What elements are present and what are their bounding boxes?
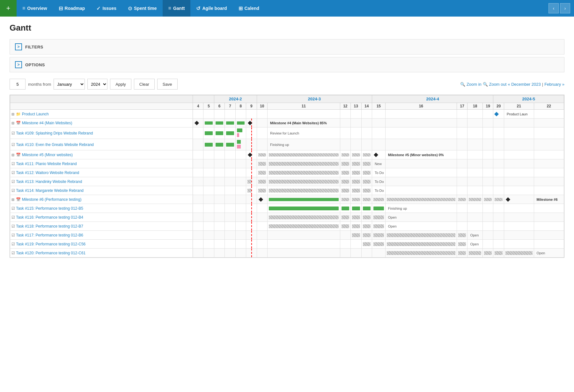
task118-bar-3: [352, 224, 360, 228]
task-name-116: ☑ Task #116: Performance testing 012-B4: [10, 213, 193, 222]
week-5: 5: [203, 103, 214, 110]
week-m6-6: [214, 195, 224, 204]
task113-link[interactable]: Task #113: Handinky Website Rebrand: [16, 179, 82, 184]
months-input[interactable]: [10, 79, 26, 90]
task117-bar-2: [363, 233, 371, 237]
task115-bar-5: [373, 207, 384, 210]
week-120-19: [483, 249, 493, 258]
task119-link[interactable]: Task #119: Performance testing 012-C56: [16, 242, 85, 246]
week-111-11: [268, 159, 340, 168]
week-m5-22: [534, 150, 564, 159]
task117-bar-5: [458, 233, 466, 237]
week-118-14: [361, 222, 372, 231]
task115-bar-4: [363, 207, 371, 210]
options-panel: > OPTIONS: [10, 57, 564, 72]
week-8: 8: [235, 103, 246, 110]
nav-prev-arrow[interactable]: ‹: [548, 3, 559, 13]
week-109-18: [467, 127, 483, 139]
week-114-19: [483, 186, 493, 195]
week-cell-6: [214, 110, 224, 119]
month-select[interactable]: January February March April May June Ju…: [54, 79, 85, 90]
filters-panel: > FILTERS: [10, 39, 564, 54]
week-116-8: [235, 213, 246, 222]
task117-link[interactable]: Task #117: Performance testing 012-B6: [16, 233, 83, 237]
week-116-18: [467, 213, 483, 222]
save-button[interactable]: Save: [157, 79, 178, 90]
task109-link[interactable]: Task #109: Splashing Drips Website Rebra…: [16, 131, 93, 135]
week-cell-18: [467, 110, 483, 119]
week-112-10: [257, 168, 267, 177]
week-116-19: [483, 213, 493, 222]
table-row: ☑ Task #114: Margarete Website Rebrand: [10, 186, 564, 195]
product-launch-link[interactable]: Product Launch: [22, 112, 49, 116]
nav-overview[interactable]: ≡ Overview: [17, 0, 53, 17]
nav-spent-time[interactable]: ⊙ Spent time: [122, 0, 163, 17]
week-120-15: [372, 249, 385, 258]
week-120-13: [351, 249, 361, 258]
week-m6-11: [268, 195, 340, 204]
week-116-10: [257, 213, 267, 222]
collapse-icon-m6[interactable]: ⊟: [11, 198, 14, 201]
milestone6-label: Milestone #6: [537, 198, 558, 201]
week-m5-13: [351, 150, 361, 159]
task116-link[interactable]: Task #116: Performance testing 012-B4: [16, 215, 83, 220]
table-row: ☑ Task #113: Handinky Website Rebrand: [10, 177, 564, 186]
task112-link[interactable]: Task #112: Waitoro Website Rebrand: [16, 171, 79, 175]
task111-link[interactable]: Task #111: Planio Website Rebrand: [16, 162, 77, 166]
week-116-20: [493, 213, 504, 222]
week-115-20: [493, 204, 504, 213]
task-name-114: ☑ Task #114: Margarete Website Rebrand: [10, 186, 193, 195]
milestone5-bar-4: [352, 153, 360, 156]
clear-button[interactable]: Clear: [134, 79, 155, 90]
week-14: 14: [361, 103, 372, 110]
nav-roadmap[interactable]: ⊟ Roadmap: [53, 0, 91, 17]
year-select[interactable]: 2023 2024 2025: [87, 79, 107, 90]
apply-button[interactable]: Apply: [110, 79, 131, 90]
week-114-10: [257, 186, 267, 195]
nav-next-arrow[interactable]: ›: [560, 3, 570, 13]
calendar-icon: ⊞: [239, 5, 243, 11]
milestone5-link[interactable]: Milestone #5 (Minor websites): [22, 153, 73, 157]
task110-link[interactable]: Task #110: Even the Greats Website Rebra…: [16, 142, 94, 147]
task109-bar-3: [226, 131, 234, 135]
filters-panel-header[interactable]: > FILTERS: [10, 40, 564, 54]
nav-agile-board[interactable]: ↺ Agile board: [190, 0, 232, 17]
week-11: 11: [268, 103, 340, 110]
zoom-in-link[interactable]: 🔍 Zoom in: [460, 82, 482, 87]
zoom-out-link[interactable]: 🔍 Zoom out: [483, 82, 507, 87]
collapse-icon-m5[interactable]: ⊟: [11, 153, 14, 157]
milestone4-link[interactable]: Milestone #4 (Main Websites): [22, 121, 72, 125]
task115-bar-2: [342, 207, 349, 210]
week-117-5: [203, 231, 214, 240]
week-110-19: [483, 139, 493, 150]
task110-bar-1: [205, 143, 212, 147]
week-cell-m4-7: [225, 119, 235, 127]
task115-link[interactable]: Task #115: Performance testing 012-B5: [16, 206, 83, 211]
collapse-icon-m4[interactable]: ⊟: [11, 121, 14, 125]
task120-link[interactable]: Task #120: Performance testing 012-C61: [16, 251, 85, 255]
nav-calendar[interactable]: ⊞ Calend: [233, 0, 265, 17]
options-panel-header[interactable]: > OPTIONS: [10, 57, 564, 72]
week-m6-5: [203, 195, 214, 204]
task114-link[interactable]: Task #114: Margarete Website Rebrand: [16, 188, 84, 193]
add-button[interactable]: +: [0, 0, 17, 17]
next-month-link[interactable]: February »: [544, 82, 564, 87]
task118-link[interactable]: Task #118: Performance testing 012-B7: [16, 224, 83, 229]
filters-toggle[interactable]: >: [15, 43, 22, 50]
today-line-5: [251, 159, 252, 168]
task-name-113: ☑ Task #113: Handinky Website Rebrand: [10, 177, 193, 186]
nav-gantt[interactable]: ≡ Gantt: [163, 0, 191, 17]
nav-issues[interactable]: ✓ Issues: [91, 0, 122, 17]
week-115-10: [257, 204, 267, 213]
week-110-5: [203, 139, 214, 150]
task113-bar-1: [258, 180, 266, 184]
task113-bar-3: [342, 180, 349, 184]
week-119-17: [457, 240, 467, 249]
task114-bar-5: [363, 189, 371, 192]
milestone6-link[interactable]: Milestone #6 (Performance testing): [22, 197, 82, 202]
prev-month-link[interactable]: « December 2023: [508, 82, 541, 87]
collapse-icon[interactable]: ⊟: [11, 112, 14, 116]
options-toggle[interactable]: >: [15, 61, 22, 68]
week-116-17: [457, 213, 467, 222]
today-line-2: [251, 127, 252, 139]
